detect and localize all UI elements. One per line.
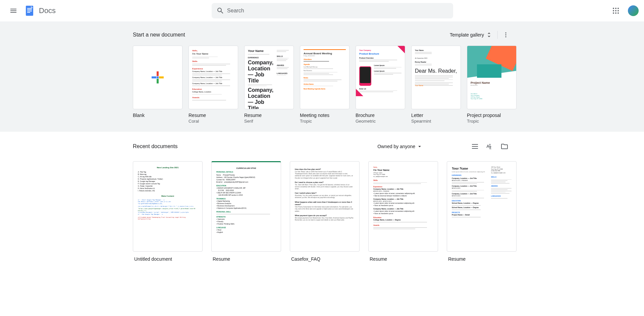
app-title: Docs bbox=[39, 6, 56, 15]
sort-button[interactable]: AZ bbox=[483, 140, 496, 153]
doc-card[interactable]: New Landing Site 2021 A. Title TagB. Met… bbox=[133, 161, 203, 262]
svg-point-6 bbox=[615, 8, 616, 9]
ownership-filter-label: Owned by anyone bbox=[377, 144, 415, 149]
sort-az-icon: AZ bbox=[486, 142, 494, 150]
svg-point-15 bbox=[505, 34, 506, 35]
templates-header: Start a new document Template gallery bbox=[133, 27, 511, 43]
header: Docs bbox=[0, 0, 644, 21]
doc-title: Resume bbox=[368, 256, 438, 262]
svg-point-8 bbox=[613, 10, 614, 11]
search-bar[interactable] bbox=[212, 3, 453, 18]
template-resume-coral[interactable]: Hello,I'm Your Name Skills Experience Co… bbox=[189, 46, 238, 124]
header-right bbox=[609, 4, 639, 17]
svg-rect-21 bbox=[157, 76, 159, 78]
svg-rect-2 bbox=[27, 9, 32, 10]
svg-rect-19 bbox=[157, 79, 159, 83]
recent-header: Recent documents Owned by anyone AZ bbox=[133, 138, 511, 154]
svg-rect-3 bbox=[27, 11, 32, 11]
template-blank[interactable]: Blank bbox=[133, 46, 182, 124]
recent-title: Recent documents bbox=[133, 143, 177, 149]
doc-card[interactable]: Your Name Lorem ipsum dolor sit amet, co… bbox=[447, 161, 517, 262]
template-subtitle: Tropic bbox=[300, 119, 350, 124]
doc-card[interactable]: How does the free plan work? Our free "B… bbox=[290, 161, 360, 262]
svg-rect-18 bbox=[159, 76, 164, 78]
templates-actions: Template gallery bbox=[447, 29, 511, 40]
svg-point-5 bbox=[613, 8, 614, 9]
template-gallery-button[interactable]: Template gallery bbox=[447, 30, 495, 40]
template-title: Meeting notes bbox=[300, 113, 350, 118]
docs-logo-icon bbox=[23, 4, 36, 17]
template-resume-serif[interactable]: Your Name EXPERIENCE Company, Location —… bbox=[244, 46, 294, 124]
unfold-icon bbox=[486, 32, 492, 38]
dropdown-icon bbox=[417, 143, 423, 149]
divider bbox=[497, 31, 498, 39]
template-subtitle: Spearmint bbox=[411, 119, 461, 124]
svg-point-11 bbox=[613, 12, 614, 14]
doc-title: Resume bbox=[211, 256, 281, 262]
template-title: Project proposal bbox=[467, 113, 517, 118]
search-input[interactable] bbox=[227, 8, 451, 14]
apps-grid-icon bbox=[612, 7, 620, 15]
plus-icon bbox=[150, 70, 165, 85]
svg-point-7 bbox=[618, 8, 619, 9]
folder-icon bbox=[500, 142, 508, 150]
hamburger-icon bbox=[9, 7, 17, 15]
template-subtitle: Coral bbox=[189, 119, 238, 124]
template-title: Resume bbox=[244, 113, 294, 118]
recent-section: Recent documents Owned by anyone AZ bbox=[0, 132, 644, 268]
svg-point-13 bbox=[618, 12, 619, 14]
template-subtitle: Serif bbox=[244, 119, 294, 124]
template-title: Brochure bbox=[356, 113, 405, 118]
template-project-proposal[interactable]: Project Name09.04.20XX Your NameYour Com… bbox=[467, 46, 517, 124]
template-gallery-label: Template gallery bbox=[450, 32, 484, 38]
doc-title: Untitled document bbox=[133, 256, 203, 262]
docs-grid: New Landing Site 2021 A. Title TagB. Met… bbox=[133, 161, 511, 262]
recent-controls: Owned by anyone AZ bbox=[373, 140, 511, 153]
template-subtitle: Tropic bbox=[467, 119, 517, 124]
template-meeting-notes[interactable]: Annual Board MeetingFriday, 09/04/20XX A… bbox=[300, 46, 350, 124]
search-icon bbox=[214, 4, 227, 17]
templates-more-button[interactable] bbox=[500, 29, 511, 40]
templates-title: Start a new document bbox=[133, 32, 185, 38]
template-subtitle: Geometric bbox=[356, 119, 405, 124]
template-title: Resume bbox=[189, 113, 238, 118]
account-avatar[interactable] bbox=[628, 5, 639, 16]
template-letter[interactable]: Your Name 4th September 20XX Ronny Reade… bbox=[411, 46, 461, 124]
list-view-icon bbox=[471, 142, 479, 150]
logo-area[interactable]: Docs bbox=[21, 4, 56, 17]
templates-section: Start a new document Template gallery Bl… bbox=[0, 21, 644, 132]
more-vert-icon bbox=[502, 31, 509, 38]
svg-point-9 bbox=[615, 10, 616, 11]
svg-point-12 bbox=[615, 12, 616, 14]
google-apps-button[interactable] bbox=[609, 4, 623, 17]
doc-card[interactable]: Hello, I'm Your Name 123 your streetYour… bbox=[368, 161, 438, 262]
svg-rect-1 bbox=[27, 8, 32, 9]
doc-title: Casefox_FAQ bbox=[290, 256, 360, 262]
template-title: Blank bbox=[133, 113, 182, 118]
template-title: Letter bbox=[411, 113, 461, 118]
list-view-button[interactable] bbox=[468, 140, 482, 153]
svg-point-14 bbox=[505, 33, 506, 34]
templates-row: Blank Hello,I'm Your Name Skills Experie… bbox=[133, 46, 511, 124]
main-menu-button[interactable] bbox=[5, 3, 21, 19]
ownership-filter-button[interactable]: Owned by anyone bbox=[373, 141, 427, 151]
doc-title: Resume bbox=[447, 256, 517, 262]
svg-point-16 bbox=[505, 36, 506, 37]
svg-rect-17 bbox=[157, 71, 159, 76]
file-picker-button[interactable] bbox=[498, 140, 511, 153]
svg-rect-4 bbox=[27, 12, 30, 13]
template-brochure[interactable]: Your Company Product Brochure Product Ov… bbox=[356, 46, 405, 124]
search-container bbox=[56, 3, 609, 18]
svg-point-10 bbox=[618, 10, 619, 11]
doc-card[interactable]: CURRICULUM VITAE PERSONAL DETAILS Name :… bbox=[211, 161, 281, 262]
svg-rect-20 bbox=[152, 76, 156, 78]
